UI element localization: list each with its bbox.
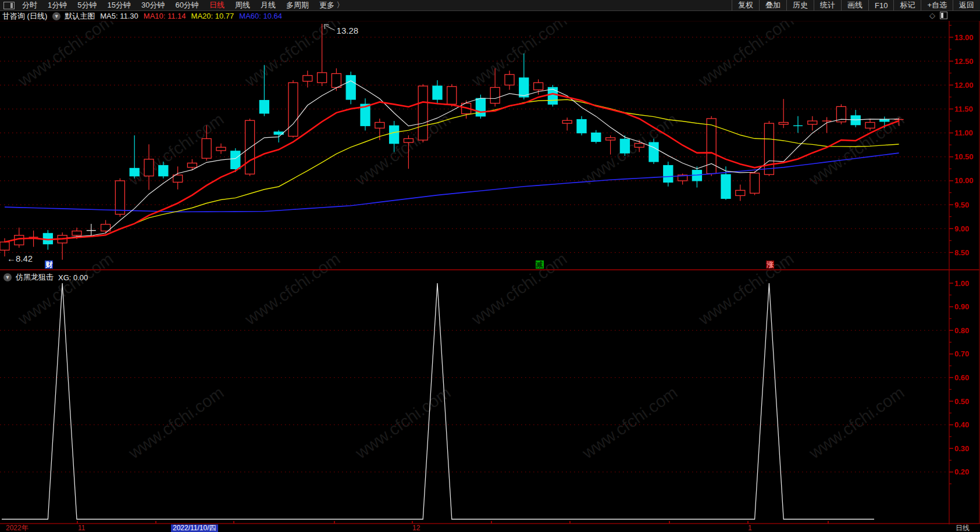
svg-text:www.cfchi.com: www.cfchi.com <box>468 249 570 329</box>
ma-value-label: MA10: 11.14 <box>144 12 186 20</box>
toolbar-button[interactable]: F10 <box>868 0 893 10</box>
price-chart-canvas: www.cfchi.comwww.cfchi.comwww.cfchi.comw… <box>0 0 980 532</box>
signal-marker-减: 减 <box>536 260 544 269</box>
period-tab[interactable]: 日线 <box>204 0 230 10</box>
stock-chart-app: www.cfchi.comwww.cfchi.comwww.cfchi.comw… <box>0 0 980 532</box>
period-tab[interactable]: 周线 <box>230 0 255 10</box>
date-axis-bar: 日线 2022年112022/11/10/四121 <box>0 524 980 532</box>
split-view-icon[interactable] <box>940 12 947 19</box>
svg-text:11.50: 11.50 <box>954 105 973 113</box>
toolbar-button[interactable]: 历史 <box>786 0 814 10</box>
svg-text:0.60: 0.60 <box>954 373 969 382</box>
toolbar-button[interactable]: 复权 <box>732 0 759 10</box>
svg-text:0.20: 0.20 <box>954 467 969 476</box>
period-tab[interactable]: 30分钟 <box>136 0 170 10</box>
toolbar-button[interactable]: +自选 <box>921 0 953 10</box>
svg-text:9.50: 9.50 <box>954 201 969 209</box>
toolbar-menu-items: 复权叠加历史统计画线F10标记+自选返回 <box>732 0 980 10</box>
toolbar-button[interactable]: 标记 <box>893 0 921 10</box>
sub-indicator-title: 仿黑龙狙击 <box>16 272 54 283</box>
svg-text:www.cfchi.com: www.cfchi.com <box>694 249 797 329</box>
toolbar-button[interactable]: 统计 <box>814 0 841 10</box>
selected-date-label: 2022/11/10/四 <box>171 524 218 532</box>
titlebar-icons: ◇ <box>929 12 947 19</box>
sub-indicator-value: XG: 0.00 <box>58 273 88 282</box>
svg-text:8.50: 8.50 <box>954 248 969 257</box>
axis-period-label: 日线 <box>956 524 970 532</box>
chevron-down-icon[interactable]: ▼ <box>52 12 60 20</box>
svg-text:www.cfchi.com: www.cfchi.com <box>14 11 116 91</box>
date-axis-label: 12 <box>412 524 420 532</box>
sub-indicator-header: ▼ 仿黑龙狙击 XG: 0.00 <box>3 272 92 283</box>
svg-text:10.50: 10.50 <box>954 152 974 161</box>
svg-text:10.00: 10.00 <box>954 176 974 185</box>
app-window-icon[interactable] <box>3 2 15 9</box>
watermark-layer: www.cfchi.comwww.cfchi.comwww.cfchi.comw… <box>14 11 907 463</box>
date-axis-label: 1 <box>748 524 752 532</box>
period-tab[interactable]: 更多 〉 <box>314 0 350 10</box>
svg-text:www.cfchi.com: www.cfchi.com <box>124 383 227 463</box>
svg-text:12.50: 12.50 <box>954 57 974 66</box>
ma-values: MA5: 11.30MA10: 11.14MA20: 10.77MA60: 10… <box>100 12 287 20</box>
svg-text:12.00: 12.00 <box>954 81 974 90</box>
svg-text:0.40: 0.40 <box>954 420 969 429</box>
period-tab[interactable]: 分时 <box>17 0 42 10</box>
period-menubar: 分时1分钟5分钟15分钟30分钟60分钟日线周线月线多周期更多 〉 复权叠加历史… <box>0 0 980 11</box>
svg-text:0.70: 0.70 <box>954 349 969 358</box>
toolbar-button[interactable]: 画线 <box>841 0 868 10</box>
toolbar-button[interactable]: 返回 <box>953 0 980 10</box>
svg-text:www.cfchi.com: www.cfchi.com <box>351 383 454 463</box>
svg-text:0.90: 0.90 <box>954 302 969 311</box>
svg-text:13.28: 13.28 <box>337 26 359 35</box>
svg-text:www.cfchi.com: www.cfchi.com <box>694 11 797 91</box>
signal-marker-财: 财 <box>45 260 53 269</box>
candlestick-series <box>0 24 904 260</box>
toolbar-button[interactable]: 叠加 <box>759 0 786 10</box>
period-tab[interactable]: 5分钟 <box>72 0 102 10</box>
period-menu-items: 分时1分钟5分钟15分钟30分钟60分钟日线周线月线多周期更多 〉 <box>17 0 350 10</box>
ma-value-label: MA60: 10.64 <box>239 12 282 20</box>
period-tab[interactable]: 月线 <box>255 0 281 10</box>
svg-text:www.cfchi.com: www.cfchi.com <box>578 383 680 463</box>
diamond-icon[interactable]: ◇ <box>929 12 935 19</box>
main-grid: 8.509.009.5010.0010.5011.0011.5012.0012.… <box>0 25 974 484</box>
date-axis-label: 2022年 <box>6 524 28 532</box>
svg-text:0.50: 0.50 <box>954 397 969 406</box>
svg-text:www.cfchi.com: www.cfchi.com <box>805 383 907 463</box>
svg-text:9.00: 9.00 <box>954 224 969 233</box>
ma-value-label: MA20: 10.77 <box>191 12 234 20</box>
svg-text:0.30: 0.30 <box>954 444 969 453</box>
svg-text:www.cfchi.com: www.cfchi.com <box>241 249 343 329</box>
date-axis-label: 11 <box>78 524 85 532</box>
svg-text:0.80: 0.80 <box>954 326 969 335</box>
period-tab[interactable]: 多周期 <box>281 0 314 10</box>
period-tab[interactable]: 1分钟 <box>42 0 72 10</box>
period-tab[interactable]: 60分钟 <box>170 0 204 10</box>
period-tab[interactable]: 15分钟 <box>102 0 136 10</box>
stock-name: 甘咨询 (日线) <box>2 11 47 22</box>
main-view-label[interactable]: 默认主图 <box>65 11 95 22</box>
ma-value-label: MA5: 11.30 <box>100 12 138 20</box>
svg-text:←8.42: ←8.42 <box>7 253 33 263</box>
chart-titlebar: 甘咨询 (日线) ▼ 默认主图 MA5: 11.30MA10: 11.14MA2… <box>0 11 980 21</box>
svg-text:13.00: 13.00 <box>954 33 974 42</box>
chevron-down-icon[interactable]: ▼ <box>3 273 12 281</box>
svg-text:11.00: 11.00 <box>954 128 973 137</box>
svg-text:www.cfchi.com: www.cfchi.com <box>241 11 343 91</box>
signal-marker-涨: 涨 <box>766 260 774 269</box>
svg-text:1.00: 1.00 <box>954 279 969 288</box>
